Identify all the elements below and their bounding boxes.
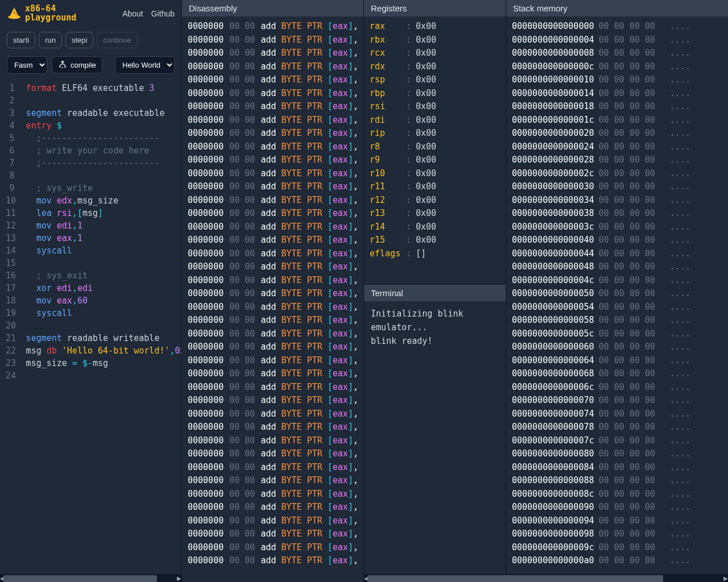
compile-button[interactable]: compile <box>52 56 102 73</box>
svg-point-5 <box>62 67 63 68</box>
editor-gutter: 123456789101112131415161718192021222324 <box>0 80 22 575</box>
register-row: rbp: 0x00 <box>370 87 500 101</box>
stack-row: 0000000000000068 00 00 00 00.... <box>512 367 722 381</box>
stack-row: 0000000000000084 00 00 00 00.... <box>512 461 722 475</box>
register-row: r14: 0x00 <box>370 221 500 234</box>
register-row: eflags: [] <box>370 247 500 261</box>
register-row: r13: 0x00 <box>370 207 500 221</box>
disassembly-row: 000000000 00add BYTE PTR [eax], <box>188 314 358 327</box>
right-hscrollbar[interactable]: ◀ ▶ <box>364 574 728 582</box>
stack-row: 000000000000005c 00 00 00 00.... <box>512 327 722 341</box>
disassembly-row: 000000000 00add BYTE PTR [eax], <box>188 180 358 194</box>
header-bar: x86-64 playground About Github <box>0 0 181 27</box>
disassembly-row: 000000000 00add BYTE PTR [eax], <box>188 234 358 247</box>
brand-line2: playground <box>25 14 76 23</box>
editor-code[interactable]: format ELF64 executable 3 segment readab… <box>22 80 181 575</box>
disassembly-row: 000000000 00add BYTE PTR [eax], <box>188 501 358 514</box>
stack-header: Stack memory <box>506 0 728 16</box>
disassembly-row: 000000000 00add BYTE PTR [eax], <box>188 274 358 288</box>
disassembly-row: 000000000 00add BYTE PTR [eax], <box>188 260 358 274</box>
stack-row: 0000000000000030 00 00 00 00.... <box>512 180 722 194</box>
stack-row: 00000000000000a0 00 00 00 00.... <box>512 554 722 568</box>
register-row: rsp: 0x00 <box>370 73 500 87</box>
disassembly-row: 000000000 00add BYTE PTR [eax], <box>188 421 358 434</box>
register-row: r15: 0x00 <box>370 234 500 247</box>
stack-row: 0000000000000038 00 00 00 00.... <box>512 207 722 221</box>
stack-row: 0000000000000078 00 00 00 00.... <box>512 421 722 434</box>
stack-row: 0000000000000058 00 00 00 00.... <box>512 314 722 327</box>
editor-toolbar: Fasm compile Hello World <box>0 53 181 80</box>
continue-button[interactable]: continue <box>97 32 137 48</box>
stack-row: 0000000000000018 00 00 00 00.... <box>512 100 722 114</box>
stack-row: 0000000000000024 00 00 00 00.... <box>512 140 722 154</box>
scroll-thumb[interactable] <box>367 575 663 582</box>
scroll-thumb[interactable] <box>3 575 157 582</box>
stack-body: 0000000000000000 00 00 00 00....00000000… <box>506 16 728 574</box>
terminal-body[interactable]: Initializing blink emulator...blink read… <box>364 301 506 354</box>
stack-row: 0000000000000080 00 00 00 00.... <box>512 447 722 461</box>
disassembly-row: 000000000 00add BYTE PTR [eax], <box>188 461 358 475</box>
editor-hscrollbar[interactable]: ◀ ▶ <box>0 574 181 582</box>
disassembly-row: 000000000 00add BYTE PTR [eax], <box>188 247 358 261</box>
stack-row: 0000000000000098 00 00 00 00.... <box>512 527 722 541</box>
register-row: rsi: 0x00 <box>370 100 500 114</box>
disassembly-row: 000000000 00add BYTE PTR [eax], <box>188 47 358 60</box>
disassembly-body: 000000000 00add BYTE PTR [eax],000000000… <box>182 16 363 582</box>
assembler-select[interactable]: Fasm <box>7 56 47 74</box>
register-row: r8: 0x00 <box>370 140 500 154</box>
svg-point-1 <box>14 11 15 13</box>
logo[interactable]: x86-64 playground <box>7 5 76 23</box>
svg-point-6 <box>64 66 65 68</box>
stack-row: 0000000000000040 00 00 00 00.... <box>512 234 722 247</box>
code-editor[interactable]: 123456789101112131415161718192021222324 … <box>0 80 181 575</box>
run-button[interactable]: run <box>39 32 62 48</box>
stack-row: 0000000000000004 00 00 00 00.... <box>512 34 722 47</box>
run-controls: starti run stepi continue <box>0 27 181 53</box>
disassembly-row: 000000000 00add BYTE PTR [eax], <box>188 34 358 47</box>
stack-row: 0000000000000020 00 00 00 00.... <box>512 127 722 140</box>
terminal-line: blink ready! <box>371 334 499 348</box>
stack-row: 000000000000003c 00 00 00 00.... <box>512 221 722 234</box>
disassembly-row: 000000000 00add BYTE PTR [eax], <box>188 381 358 394</box>
stack-row: 000000000000008c 00 00 00 00.... <box>512 488 722 501</box>
disassembly-row: 000000000 00add BYTE PTR [eax], <box>188 60 358 74</box>
stack-row: 0000000000000050 00 00 00 00.... <box>512 287 722 301</box>
disassembly-row: 000000000 00add BYTE PTR [eax], <box>188 514 358 528</box>
stack-row: 000000000000007c 00 00 00 00.... <box>512 434 722 448</box>
disassembly-row: 000000000 00add BYTE PTR [eax], <box>188 354 358 368</box>
disassembly-row: 000000000 00add BYTE PTR [eax], <box>188 327 358 341</box>
stack-row: 0000000000000034 00 00 00 00.... <box>512 194 722 207</box>
disassembly-row: 000000000 00add BYTE PTR [eax], <box>188 194 358 207</box>
stack-row: 000000000000009c 00 00 00 00.... <box>512 541 722 555</box>
disassembly-row: 000000000 00add BYTE PTR [eax], <box>188 340 358 354</box>
disassembly-row: 000000000 00add BYTE PTR [eax], <box>188 207 358 221</box>
register-row: rdx: 0x00 <box>370 60 500 74</box>
disassembly-row: 000000000 00add BYTE PTR [eax], <box>188 527 358 541</box>
disassembly-row: 000000000 00add BYTE PTR [eax], <box>188 87 358 101</box>
nav-github[interactable]: Github <box>151 9 175 18</box>
disassembly-row: 000000000 00add BYTE PTR [eax], <box>188 221 358 234</box>
stack-row: 0000000000000094 00 00 00 00.... <box>512 514 722 528</box>
stack-row: 0000000000000060 00 00 00 00.... <box>512 340 722 354</box>
disassembly-row: 000000000 00add BYTE PTR [eax], <box>188 541 358 555</box>
disassembly-row: 000000000 00add BYTE PTR [eax], <box>188 73 358 87</box>
disassembly-row: 000000000 00add BYTE PTR [eax], <box>188 301 358 314</box>
disassembly-row: 000000000 00add BYTE PTR [eax], <box>188 127 358 140</box>
disassembly-row: 000000000 00add BYTE PTR [eax], <box>188 153 358 167</box>
stack-row: 000000000000006c 00 00 00 00.... <box>512 381 722 394</box>
stack-row: 000000000000004c 00 00 00 00.... <box>512 274 722 288</box>
stepi-button[interactable]: stepi <box>65 32 93 48</box>
stack-row: 0000000000000008 00 00 00 00.... <box>512 47 722 60</box>
stack-row: 0000000000000014 00 00 00 00.... <box>512 87 722 101</box>
wizard-hat-icon <box>7 6 22 21</box>
stack-row: 000000000000002c 00 00 00 00.... <box>512 167 722 181</box>
register-row: r11: 0x00 <box>370 180 500 194</box>
stack-row: 000000000000000c 00 00 00 00.... <box>512 60 722 74</box>
disassembly-row: 000000000 00add BYTE PTR [eax], <box>188 20 358 34</box>
starti-button[interactable]: starti <box>7 32 35 48</box>
scroll-right-icon[interactable]: ▶ <box>723 575 728 582</box>
scroll-right-icon[interactable]: ▶ <box>177 575 181 582</box>
example-select[interactable]: Hello World <box>115 56 175 74</box>
stack-row: 0000000000000054 00 00 00 00.... <box>512 301 722 314</box>
nav-about[interactable]: About <box>122 9 143 18</box>
